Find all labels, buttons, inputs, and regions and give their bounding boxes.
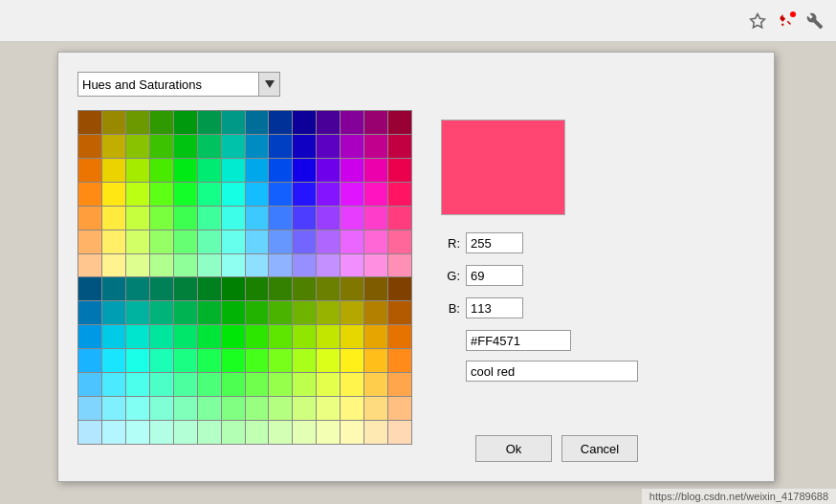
color-cell[interactable] <box>364 277 387 300</box>
color-cell[interactable] <box>364 325 387 348</box>
color-cell[interactable] <box>174 111 197 134</box>
color-cell[interactable] <box>150 325 173 348</box>
color-cell[interactable] <box>388 277 411 300</box>
color-cell[interactable] <box>293 254 316 277</box>
color-cell[interactable] <box>174 207 197 230</box>
color-cell[interactable] <box>317 111 340 134</box>
color-cell[interactable] <box>102 277 125 300</box>
color-cell[interactable] <box>150 373 173 396</box>
color-cell[interactable] <box>102 325 125 348</box>
color-cell[interactable] <box>246 397 269 420</box>
color-cell[interactable] <box>174 183 197 206</box>
color-cell[interactable] <box>102 349 125 372</box>
color-cell[interactable] <box>269 207 292 230</box>
color-cell[interactable] <box>198 135 221 158</box>
cancel-button[interactable]: Cancel <box>561 435 638 462</box>
color-cell[interactable] <box>78 135 101 158</box>
color-cell[interactable] <box>150 301 173 324</box>
color-cell[interactable] <box>198 183 221 206</box>
color-cell[interactable] <box>150 230 173 253</box>
color-cell[interactable] <box>317 301 340 324</box>
color-cell[interactable] <box>102 230 125 253</box>
color-cell[interactable] <box>293 373 316 396</box>
color-cell[interactable] <box>222 254 245 277</box>
color-cell[interactable] <box>150 421 173 444</box>
color-cell[interactable] <box>269 159 292 182</box>
color-cell[interactable] <box>341 230 363 253</box>
hue-saturation-dropdown[interactable]: Hues and Saturations RGB Sliders CMYK Sl… <box>77 72 259 97</box>
color-cell[interactable] <box>317 230 340 253</box>
color-cell[interactable] <box>246 111 269 134</box>
color-cell[interactable] <box>317 397 340 420</box>
color-cell[interactable] <box>78 159 101 182</box>
color-cell[interactable] <box>78 325 101 348</box>
color-cell[interactable] <box>78 397 101 420</box>
color-cell[interactable] <box>269 183 292 206</box>
color-cell[interactable] <box>102 397 125 420</box>
color-cell[interactable] <box>246 230 269 253</box>
color-cell[interactable] <box>78 421 101 444</box>
color-cell[interactable] <box>126 349 149 372</box>
color-cell[interactable] <box>198 111 221 134</box>
color-cell[interactable] <box>388 397 411 420</box>
color-cell[interactable] <box>126 207 149 230</box>
color-cell[interactable] <box>126 183 149 206</box>
color-cell[interactable] <box>198 230 221 253</box>
hex-input[interactable] <box>466 330 571 351</box>
color-cell[interactable] <box>317 183 340 206</box>
color-cell[interactable] <box>150 159 173 182</box>
color-cell[interactable] <box>246 159 269 182</box>
color-cell[interactable] <box>364 159 387 182</box>
color-cell[interactable] <box>174 373 197 396</box>
color-cell[interactable] <box>293 349 316 372</box>
color-cell[interactable] <box>317 349 340 372</box>
color-name-input[interactable] <box>466 361 638 382</box>
color-cell[interactable] <box>78 349 101 372</box>
b-input[interactable] <box>466 297 523 318</box>
color-cell[interactable] <box>317 373 340 396</box>
color-cell[interactable] <box>388 159 411 182</box>
color-cell[interactable] <box>364 230 387 253</box>
r-input[interactable] <box>466 232 523 253</box>
color-cell[interactable] <box>269 325 292 348</box>
color-cell[interactable] <box>269 301 292 324</box>
color-cell[interactable] <box>126 421 149 444</box>
color-cell[interactable] <box>222 301 245 324</box>
color-cell[interactable] <box>269 421 292 444</box>
color-cell[interactable] <box>150 277 173 300</box>
color-cell[interactable] <box>222 111 245 134</box>
color-cell[interactable] <box>317 135 340 158</box>
color-cell[interactable] <box>293 230 316 253</box>
color-cell[interactable] <box>222 207 245 230</box>
color-cell[interactable] <box>341 254 363 277</box>
color-cell[interactable] <box>246 349 269 372</box>
color-cell[interactable] <box>364 135 387 158</box>
paint-tools-icon[interactable] <box>775 10 798 33</box>
color-cell[interactable] <box>102 135 125 158</box>
color-cell[interactable] <box>388 183 411 206</box>
color-cell[interactable] <box>78 301 101 324</box>
color-cell[interactable] <box>102 254 125 277</box>
color-cell[interactable] <box>222 325 245 348</box>
color-cell[interactable] <box>293 135 316 158</box>
color-cell[interactable] <box>293 325 316 348</box>
color-cell[interactable] <box>269 373 292 396</box>
color-cell[interactable] <box>198 349 221 372</box>
color-cell[interactable] <box>364 301 387 324</box>
color-cell[interactable] <box>174 301 197 324</box>
color-cell[interactable] <box>341 349 363 372</box>
color-cell[interactable] <box>388 135 411 158</box>
color-cell[interactable] <box>317 421 340 444</box>
color-cell[interactable] <box>150 135 173 158</box>
color-cell[interactable] <box>150 397 173 420</box>
color-cell[interactable] <box>269 397 292 420</box>
color-cell[interactable] <box>102 421 125 444</box>
color-cell[interactable] <box>174 397 197 420</box>
color-cell[interactable] <box>246 135 269 158</box>
color-cell[interactable] <box>246 325 269 348</box>
color-cell[interactable] <box>222 135 245 158</box>
color-cell[interactable] <box>293 277 316 300</box>
color-cell[interactable] <box>293 421 316 444</box>
color-cell[interactable] <box>174 421 197 444</box>
color-cell[interactable] <box>102 183 125 206</box>
